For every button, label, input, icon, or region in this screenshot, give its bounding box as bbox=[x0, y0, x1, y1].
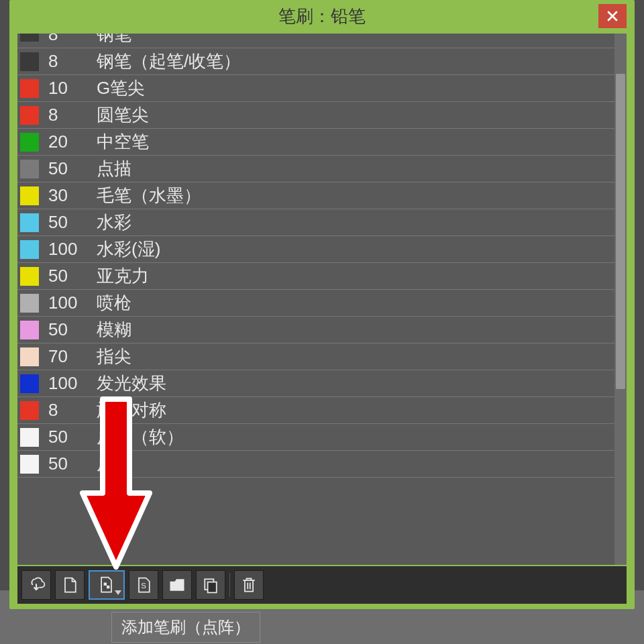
brush-row[interactable]: 100水彩(湿) bbox=[17, 236, 614, 263]
brush-size: 8 bbox=[48, 105, 97, 125]
brush-list-area: 8钢笔8钢笔（起笔/收笔）10G笔尖8圆笔尖20中空笔50点描30毛笔（水墨）5… bbox=[17, 34, 627, 565]
script-brush-button[interactable]: S bbox=[129, 570, 158, 600]
scrollbar-thumb[interactable] bbox=[616, 74, 625, 389]
svg-rect-1 bbox=[107, 586, 109, 588]
brush-name: 模糊 bbox=[97, 318, 614, 341]
svg-rect-4 bbox=[208, 582, 217, 593]
brush-swatch bbox=[20, 347, 39, 366]
brush-size: 50 bbox=[48, 453, 97, 474]
brush-swatch bbox=[20, 240, 39, 259]
brush-name: G笔尖 bbox=[97, 76, 614, 100]
brush-swatch bbox=[20, 213, 39, 232]
toolbar-separator bbox=[229, 573, 230, 597]
brush-name: 水彩(湿) bbox=[97, 237, 614, 261]
brush-swatch bbox=[20, 321, 39, 339]
folder-button[interactable] bbox=[162, 570, 192, 600]
brush-swatch bbox=[20, 34, 39, 42]
brush-name: 中空笔 bbox=[97, 130, 614, 154]
brush-row[interactable]: 8钢笔（起笔/收笔） bbox=[17, 48, 614, 75]
brush-size: 50 bbox=[48, 319, 97, 340]
brush-swatch bbox=[20, 186, 39, 205]
brush-size: 30 bbox=[48, 185, 97, 206]
brush-row[interactable]: 50水彩 bbox=[17, 209, 614, 236]
brush-size: 20 bbox=[48, 131, 97, 152]
brush-swatch bbox=[20, 428, 39, 447]
brush-size: 50 bbox=[48, 427, 97, 447]
trash-icon bbox=[239, 576, 258, 594]
brush-size: 8 bbox=[48, 51, 97, 72]
brush-name: 亚克力 bbox=[97, 264, 614, 288]
brush-size: 50 bbox=[48, 266, 97, 286]
brush-name: 指尖 bbox=[97, 345, 614, 368]
brush-row[interactable]: 10G笔尖 bbox=[17, 75, 614, 102]
brush-size: 100 bbox=[48, 239, 97, 260]
duplicate-button[interactable] bbox=[196, 570, 225, 600]
brush-name: 钢笔 bbox=[97, 34, 614, 46]
delete-button[interactable] bbox=[234, 570, 264, 600]
brush-name: 皮擦（软） bbox=[97, 425, 614, 449]
close-button[interactable] bbox=[598, 4, 627, 28]
titlebar: 笔刷：铅笔 bbox=[9, 0, 635, 32]
add-bitmap-brush-icon bbox=[97, 576, 116, 594]
brush-row[interactable]: 8圆笔尖 bbox=[17, 102, 614, 129]
panel-title: 笔刷：铅笔 bbox=[278, 5, 366, 28]
brush-row[interactable]: 50点描 bbox=[17, 156, 614, 182]
brush-size: 100 bbox=[48, 373, 97, 394]
brush-row[interactable]: 8钢笔 bbox=[17, 34, 614, 48]
brush-row[interactable]: 100发光效果 bbox=[17, 370, 614, 397]
svg-rect-0 bbox=[104, 583, 107, 586]
brush-size: 70 bbox=[48, 346, 97, 367]
brush-swatch bbox=[20, 52, 39, 71]
script-brush-icon: S bbox=[134, 576, 153, 594]
brush-swatch bbox=[20, 294, 39, 313]
tooltip: 添加笔刷（点阵） bbox=[111, 612, 260, 643]
brush-swatch bbox=[20, 401, 39, 420]
brush-swatch bbox=[20, 133, 39, 152]
brush-name: 毛笔（水墨） bbox=[97, 184, 614, 207]
brush-size: 100 bbox=[48, 292, 97, 313]
brush-name: 钢笔（起笔/收笔） bbox=[97, 50, 614, 73]
scrollbar-track[interactable] bbox=[614, 34, 627, 565]
brush-name: 圆笔尖 bbox=[97, 103, 614, 127]
brush-size: 8 bbox=[48, 34, 97, 45]
brush-swatch bbox=[20, 374, 39, 393]
cloud-download-button[interactable] bbox=[21, 570, 51, 600]
brush-name: 旋转对称 bbox=[97, 398, 614, 422]
brush-name: 发光效果 bbox=[97, 372, 614, 395]
brush-toolbar: S bbox=[17, 566, 627, 604]
brush-size: 10 bbox=[48, 78, 97, 99]
brush-row[interactable]: 70指尖 bbox=[17, 343, 614, 370]
folder-icon bbox=[168, 576, 186, 594]
dropdown-indicator-icon bbox=[115, 590, 121, 595]
cloud-download-icon bbox=[27, 576, 46, 594]
brush-row[interactable]: 50亚克力 bbox=[17, 263, 614, 290]
brush-size: 8 bbox=[48, 400, 97, 421]
brush-swatch bbox=[20, 79, 39, 98]
brush-row[interactable]: 50皮擦 bbox=[17, 451, 614, 478]
brush-row[interactable]: 8旋转对称 bbox=[17, 397, 614, 424]
brush-swatch bbox=[20, 267, 39, 286]
brush-swatch bbox=[20, 455, 39, 474]
brush-row[interactable]: 50皮擦（软） bbox=[17, 424, 614, 451]
tooltip-text: 添加笔刷（点阵） bbox=[121, 618, 250, 636]
brush-swatch bbox=[20, 160, 39, 178]
brush-row[interactable]: 30毛笔（水墨） bbox=[17, 182, 614, 209]
brush-name: 点描 bbox=[97, 157, 614, 180]
brush-list[interactable]: 8钢笔8钢笔（起笔/收笔）10G笔尖8圆笔尖20中空笔50点描30毛笔（水墨）5… bbox=[17, 34, 614, 565]
brush-row[interactable]: 100 喷枪 bbox=[17, 290, 614, 317]
brush-panel: 笔刷：铅笔 8钢笔8钢笔（起笔/收笔）10G笔尖8圆笔尖20中空笔50点描30毛… bbox=[9, 0, 635, 609]
duplicate-icon bbox=[201, 576, 220, 594]
add-bitmap-brush-button[interactable] bbox=[89, 570, 125, 600]
brush-swatch bbox=[20, 106, 39, 125]
brush-row[interactable]: 50模糊 bbox=[17, 317, 614, 343]
new-page-icon bbox=[60, 576, 79, 594]
brush-name: 喷枪 bbox=[97, 291, 614, 315]
close-icon bbox=[606, 10, 619, 22]
brush-row[interactable]: 20中空笔 bbox=[17, 129, 614, 156]
brush-name: 水彩 bbox=[97, 211, 614, 234]
brush-size: 50 bbox=[48, 158, 97, 179]
brush-size: 50 bbox=[48, 212, 97, 233]
new-brush-button[interactable] bbox=[55, 570, 85, 600]
svg-text:S: S bbox=[141, 582, 146, 590]
brush-name: 皮擦 bbox=[97, 452, 614, 476]
